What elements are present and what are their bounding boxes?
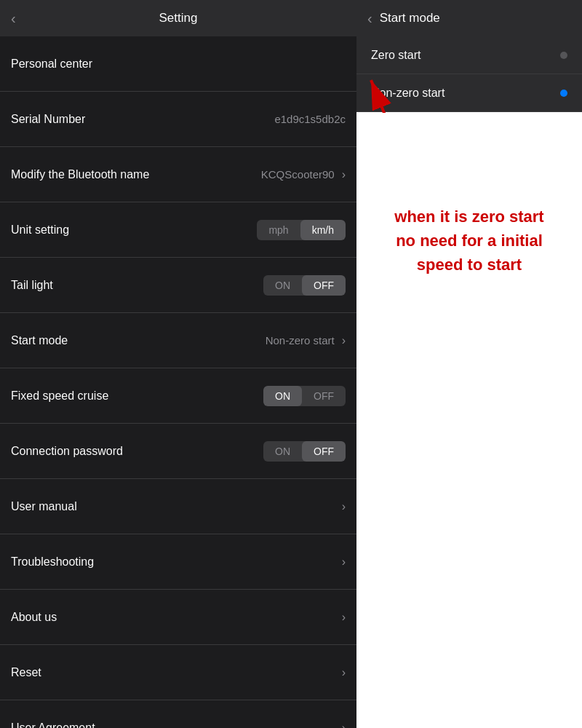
start-mode-value: Non-zero start <box>266 334 335 347</box>
reset-chevron: › <box>342 666 346 679</box>
back-button[interactable]: ‹ <box>11 10 16 27</box>
start-mode-value-group: Non-zero start › <box>266 334 346 347</box>
settings-panel: ‹ Setting Personal center Serial Number … <box>0 0 356 728</box>
about-us-chevron: › <box>342 611 346 624</box>
cruise-off-button[interactable]: OFF <box>302 386 346 406</box>
settings-title: Setting <box>159 11 198 25</box>
tail-light-row: Tail light ON OFF <box>0 258 356 313</box>
serial-number-value: e1d9c1s5db2c <box>274 113 346 125</box>
zero-start-item[interactable]: Zero start <box>356 36 582 74</box>
annotation-text: when it is zero start no need for a init… <box>380 190 558 291</box>
start-mode-chevron: › <box>342 334 346 347</box>
unit-toggle-group[interactable]: mph km/h <box>257 220 346 240</box>
personal-center-row[interactable]: Personal center <box>0 36 356 92</box>
annotation-area: when it is zero start no need for a init… <box>356 113 582 368</box>
cruise-label: Fixed speed cruise <box>11 389 108 403</box>
cruise-on-button[interactable]: ON <box>263 386 302 406</box>
bluetooth-value: KCQScooter90 <box>261 168 335 181</box>
user-manual-row[interactable]: User manual › <box>0 479 356 534</box>
annotation-line1: when it is zero start <box>394 207 543 226</box>
non-zero-start-item[interactable]: Non-zero start <box>356 74 582 112</box>
start-mode-title: Start mode <box>380 11 440 25</box>
about-us-label: About us <box>11 611 57 624</box>
personal-center-label: Personal center <box>11 58 92 71</box>
cruise-toggle-group[interactable]: ON OFF <box>263 386 346 406</box>
tail-toggle-group[interactable]: ON OFF <box>263 275 346 296</box>
tail-on-button[interactable]: ON <box>263 275 302 296</box>
non-zero-start-label: Non-zero start <box>371 87 445 100</box>
unit-label: Unit setting <box>11 223 69 237</box>
password-off-button[interactable]: OFF <box>302 441 346 462</box>
start-mode-label: Start mode <box>11 334 68 347</box>
user-agreement-label: User Agreement <box>11 721 95 729</box>
troubleshooting-chevron: › <box>342 555 346 569</box>
serial-number-label: Serial Number <box>11 113 85 126</box>
unit-setting-row: Unit setting mph km/h <box>0 202 356 258</box>
serial-number-row: Serial Number e1d9c1s5db2c <box>0 92 356 147</box>
non-zero-start-indicator <box>560 90 567 97</box>
troubleshooting-label: Troubleshooting <box>11 555 94 569</box>
start-mode-dropdown: Zero start Non-zero start <box>356 36 582 112</box>
unit-kmh-button[interactable]: km/h <box>300 220 346 240</box>
password-on-button[interactable]: ON <box>263 441 302 462</box>
reset-row[interactable]: Reset › <box>0 645 356 700</box>
about-us-row[interactable]: About us › <box>0 590 356 645</box>
start-mode-row[interactable]: Start mode Non-zero start › <box>0 313 356 368</box>
bluetooth-label: Modify the Bluetooth name <box>11 168 149 181</box>
start-mode-back-button[interactable]: ‹ <box>367 10 372 27</box>
zero-start-indicator <box>560 52 567 59</box>
start-mode-panel: ‹ Start mode Zero start Non-zero start w… <box>356 0 582 728</box>
password-toggle-group[interactable]: ON OFF <box>263 441 346 462</box>
cruise-row: Fixed speed cruise ON OFF <box>0 368 356 424</box>
user-manual-label: User manual <box>11 500 77 513</box>
reset-label: Reset <box>11 666 41 679</box>
settings-header: ‹ Setting <box>0 0 356 36</box>
tail-light-label: Tail light <box>11 279 53 292</box>
bluetooth-row[interactable]: Modify the Bluetooth name KCQScooter90 › <box>0 147 356 202</box>
tail-off-button[interactable]: OFF <box>302 275 346 296</box>
user-agreement-chevron: › <box>342 721 346 729</box>
annotation-line3: speed to start <box>417 256 522 274</box>
password-label: Connection password <box>11 445 123 458</box>
user-agreement-row[interactable]: User Agreement › <box>0 700 356 728</box>
settings-list: Personal center Serial Number e1d9c1s5db… <box>0 36 356 728</box>
start-mode-header: ‹ Start mode <box>356 0 582 36</box>
zero-start-label: Zero start <box>371 49 420 62</box>
password-row: Connection password ON OFF <box>0 424 356 479</box>
troubleshooting-row[interactable]: Troubleshooting › <box>0 534 356 590</box>
user-manual-chevron: › <box>342 500 346 513</box>
bluetooth-chevron: › <box>342 168 346 181</box>
bluetooth-value-group: KCQScooter90 › <box>261 168 346 181</box>
annotation-line2: no need for a initial <box>396 232 543 250</box>
unit-mph-button[interactable]: mph <box>257 220 300 240</box>
